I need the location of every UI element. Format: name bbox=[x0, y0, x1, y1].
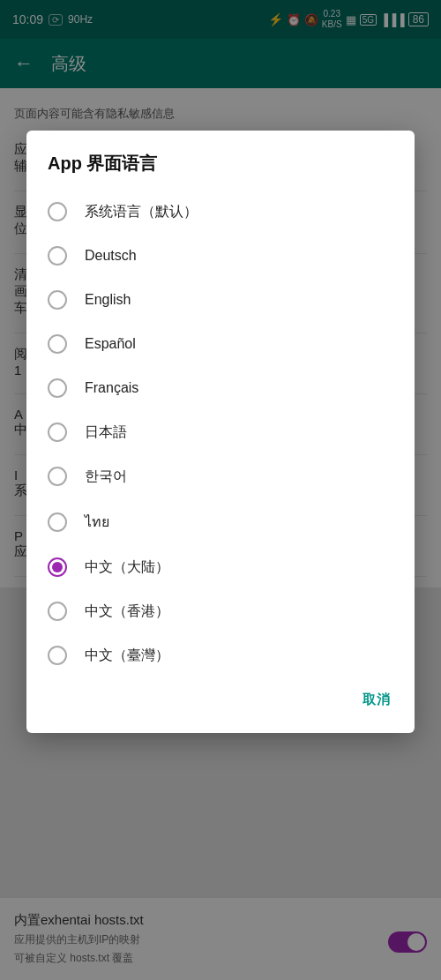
option-chinese-mainland-label: 中文（大陆） bbox=[85, 558, 169, 577]
option-deutsch[interactable]: Deutsch bbox=[26, 234, 415, 278]
option-espanol-label: Español bbox=[85, 336, 136, 352]
option-chinese-hk-label: 中文（香港） bbox=[85, 602, 169, 621]
radio-japanese bbox=[48, 423, 67, 442]
radio-chinese-mainland bbox=[48, 557, 67, 577]
radio-francais bbox=[48, 378, 67, 398]
option-chinese-tw-label: 中文（臺灣） bbox=[85, 647, 169, 665]
option-thai[interactable]: ไทย bbox=[26, 498, 415, 545]
option-francais[interactable]: Français bbox=[26, 366, 415, 410]
option-english-label: English bbox=[85, 292, 131, 308]
option-system-label: 系统语言（默认） bbox=[85, 203, 198, 221]
option-chinese-hk[interactable]: 中文（香港） bbox=[26, 589, 415, 633]
option-deutsch-label: Deutsch bbox=[85, 248, 137, 264]
option-thai-label: ไทย bbox=[85, 511, 109, 533]
radio-chinese-tw bbox=[48, 646, 67, 665]
option-english[interactable]: English bbox=[26, 278, 415, 322]
radio-espanol bbox=[48, 334, 67, 354]
radio-system bbox=[48, 202, 67, 221]
language-dialog: App 界面语言 系统语言（默认） Deutsch English Españo… bbox=[26, 131, 415, 733]
option-chinese-mainland[interactable]: 中文（大陆） bbox=[26, 545, 415, 589]
option-japanese-label: 日本語 bbox=[85, 423, 127, 442]
radio-english bbox=[48, 290, 67, 310]
option-francais-label: Français bbox=[85, 380, 138, 396]
dialog-actions: 取消 bbox=[26, 677, 415, 726]
radio-korean bbox=[48, 467, 67, 486]
option-system[interactable]: 系统语言（默认） bbox=[26, 190, 415, 234]
radio-chinese-hk bbox=[48, 602, 67, 621]
option-korean[interactable]: 한국어 bbox=[26, 454, 415, 498]
cancel-button[interactable]: 取消 bbox=[352, 685, 400, 715]
dialog-title: App 界面语言 bbox=[26, 152, 415, 190]
option-espanol[interactable]: Español bbox=[26, 322, 415, 366]
radio-deutsch bbox=[48, 246, 67, 266]
option-chinese-tw[interactable]: 中文（臺灣） bbox=[26, 633, 415, 677]
radio-thai bbox=[48, 512, 67, 532]
option-japanese[interactable]: 日本語 bbox=[26, 410, 415, 454]
language-options-list: 系统语言（默认） Deutsch English Español Françai… bbox=[26, 190, 415, 677]
option-korean-label: 한국어 bbox=[85, 468, 127, 486]
